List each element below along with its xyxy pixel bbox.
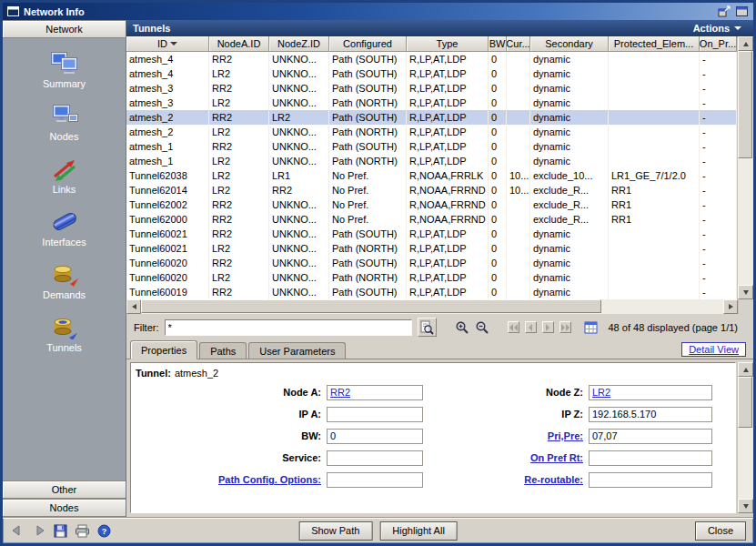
table-cell: 0 — [489, 139, 507, 154]
table-row[interactable]: Tunnel62000RR2UNKNO...No Pref.R,NOAA,FRR… — [126, 212, 737, 227]
column-header-cur[interactable]: Cur... — [507, 36, 530, 52]
sidebar-item-demands[interactable]: Demands — [3, 258, 126, 302]
table-row[interactable]: Tunnel60019RR2UNKNO...Path (SOUTH)R,LP,A… — [126, 285, 737, 299]
property-value-field[interactable]: 07,07 — [589, 429, 712, 444]
table-row[interactable]: Tunnel60021RR2UNKNO...Path (SOUTH)R,LP,A… — [126, 227, 737, 241]
first-page-button[interactable] — [508, 321, 519, 333]
property-label[interactable]: Path Config. Options: — [136, 474, 327, 485]
scroll-left-button[interactable] — [126, 299, 141, 314]
detail-view-button[interactable]: Detail View — [681, 342, 746, 357]
scrollbar-thumb[interactable] — [738, 51, 752, 158]
column-header-on-pr[interactable]: On_Pr... — [700, 36, 737, 52]
scrollbar-track[interactable] — [738, 377, 753, 499]
table-row[interactable]: atmesh_1RR2UNKNO...Path (SOUTH)R,LP,AT,L… — [126, 139, 737, 154]
table-row[interactable]: Tunnel60021LR2UNKNO...Path (NORTH)R,LP,A… — [126, 241, 737, 256]
show-path-button[interactable]: Show Path — [298, 521, 372, 541]
column-header-protected-elem[interactable]: Protected_Elem... — [609, 36, 700, 52]
scroll-down-button[interactable] — [738, 285, 753, 299]
property-value-link[interactable]: LR2 — [592, 387, 610, 398]
table-cell: dynamic — [530, 241, 609, 256]
back-button[interactable] — [10, 524, 25, 537]
column-header-bw[interactable]: BW — [489, 36, 507, 52]
tab-user-parameters[interactable]: User Parameters — [248, 342, 346, 359]
properties-vertical-scrollbar[interactable] — [737, 362, 753, 513]
column-header-nodea-id[interactable]: NodeA.ID — [209, 36, 269, 52]
close-button[interactable]: Close — [695, 521, 746, 541]
highlight-all-button[interactable]: Highlight All — [379, 521, 457, 541]
table-row[interactable]: atmesh_2LR2UNKNO...Path (NORTH)R,LP,AT,L… — [126, 125, 737, 139]
property-label[interactable]: Re-routable: — [434, 474, 589, 485]
print-button[interactable] — [75, 524, 90, 538]
property-value-field[interactable]: 0 — [327, 429, 423, 444]
column-header-nodez-id[interactable]: NodeZ.ID — [269, 36, 329, 52]
column-header-type[interactable]: Type — [407, 36, 489, 52]
sidebar-other-button[interactable]: Other — [3, 480, 126, 499]
scrollbar-thumb[interactable] — [738, 377, 752, 428]
titlebar[interactable]: Network Info — [3, 3, 753, 20]
forward-button[interactable] — [32, 524, 46, 537]
scrollbar-track[interactable] — [738, 51, 753, 285]
property-value-field[interactable] — [327, 472, 423, 488]
property-label[interactable]: On Pref Rt: — [434, 452, 589, 463]
help-button[interactable]: ? — [97, 524, 111, 538]
column-header-secondary[interactable]: Secondary — [530, 36, 609, 52]
table-cell: LR2 — [209, 270, 269, 285]
property-value-field[interactable]: LR2 — [589, 385, 712, 400]
table-cell: No Pref. — [329, 183, 407, 197]
table-vertical-scrollbar[interactable] — [737, 36, 753, 299]
search-detail-button[interactable] — [418, 318, 437, 337]
sidebar-item-interfaces[interactable]: Interfaces — [3, 206, 126, 249]
table-cell — [609, 66, 700, 81]
save-button[interactable] — [54, 524, 67, 538]
scrollbar-thumb[interactable] — [141, 299, 601, 313]
last-page-button[interactable] — [559, 321, 571, 333]
prev-page-button[interactable] — [525, 321, 537, 333]
property-label[interactable]: Pri,Pre: — [434, 430, 589, 441]
table-view-button[interactable] — [584, 321, 598, 334]
table-row[interactable]: Tunnel60020LR2UNKNO...Path (NORTH)R,LP,A… — [126, 270, 737, 285]
sidebar-item-links[interactable]: Links — [3, 153, 126, 197]
table-row[interactable]: Tunnel62038LR2LR1No Pref.R,NOAA,FRRLK010… — [126, 168, 737, 183]
next-page-button[interactable] — [542, 321, 554, 333]
table-row[interactable]: atmesh_3LR2UNKNO...Path (NORTH)R,LP,AT,L… — [126, 96, 737, 110]
column-header-configured[interactable]: Configured — [329, 36, 407, 52]
sidebar-item-tunnels[interactable]: Tunnels — [3, 311, 126, 355]
sidebar-network-button[interactable]: Network — [3, 20, 126, 38]
sidebar-items: SummaryNodesLinksInterfacesDemandsTunnel… — [3, 38, 126, 480]
table-cell: Tunnel60019 — [126, 285, 209, 299]
table-row[interactable]: atmesh_4RR2UNKNO...Path (SOUTH)R,LP,AT,L… — [126, 52, 737, 66]
table-row[interactable]: atmesh_3RR2UNKNO...Path (SOUTH)R,LP,AT,L… — [126, 81, 737, 96]
maximize-window-button[interactable] — [735, 5, 749, 17]
property-value-field[interactable] — [589, 450, 712, 466]
table-row[interactable]: Tunnel62002RR2UNKNO...No Pref.R,NOAA,FRR… — [126, 197, 737, 212]
sidebar-nodes-button[interactable]: Nodes — [3, 499, 126, 517]
property-value-field[interactable] — [327, 407, 423, 422]
table-row[interactable]: atmesh_1LR2UNKNO...Path (NORTH)R,LP,AT,L… — [126, 154, 737, 168]
sidebar-item-nodes[interactable]: Nodes — [3, 100, 126, 144]
sidebar-item-summary[interactable]: Summary — [3, 47, 126, 91]
property-value-link[interactable]: RR2 — [330, 387, 350, 398]
table-row[interactable]: Tunnel62014LR2RR2No Pref.R,NOAA,FRRND010… — [126, 183, 737, 197]
table-row[interactable]: atmesh_4LR2UNKNO...Path (SOUTH)R,LP,AT,L… — [126, 66, 737, 81]
table-row[interactable]: Tunnel60020RR2UNKNO...Path (SOUTH)R,LP,A… — [126, 256, 737, 270]
table-horizontal-scrollbar[interactable] — [126, 299, 753, 314]
column-header-id[interactable]: ID — [126, 36, 209, 52]
tab-paths[interactable]: Paths — [199, 342, 247, 359]
zoom-in-button[interactable] — [455, 320, 469, 335]
tab-properties[interactable]: Properties — [130, 340, 197, 359]
scroll-up-button[interactable] — [738, 36, 753, 51]
window-title: Network Info — [24, 6, 85, 17]
property-value-field[interactable]: RR2 — [327, 385, 423, 400]
scroll-right-button[interactable] — [723, 299, 738, 314]
property-value-field[interactable] — [589, 472, 712, 488]
undock-window-button[interactable] — [718, 5, 731, 17]
scroll-up-button[interactable] — [738, 362, 753, 377]
table-row[interactable]: atmesh_2RR2LR2Path (SOUTH)R,LP,AT,LDP0dy… — [126, 110, 737, 125]
scrollbar-track[interactable] — [141, 299, 723, 314]
property-value-field[interactable] — [327, 450, 423, 466]
property-value-field[interactable]: 192.168.5.170 — [589, 407, 712, 422]
zoom-out-button[interactable] — [475, 320, 489, 335]
actions-menu-button[interactable]: Actions — [688, 22, 747, 35]
filter-input[interactable] — [165, 319, 412, 336]
scroll-down-button[interactable] — [738, 499, 753, 513]
